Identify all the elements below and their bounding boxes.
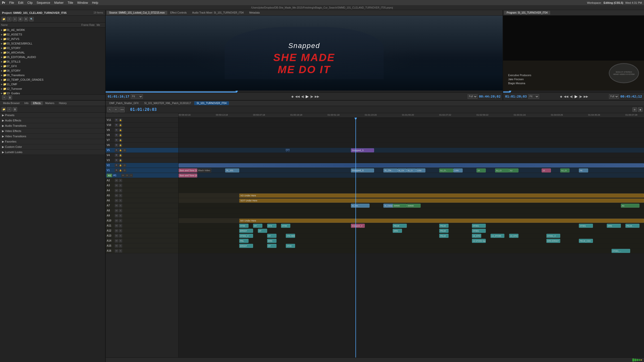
track-row-a14[interactable]: PBL ERN 13 STO53 Space ERN ERNST PELM_CD… [179,238,644,243]
v8-eye-button[interactable]: 👁 [115,133,118,137]
v6-eye-button[interactable]: 👁 [115,144,118,147]
find-button[interactable]: 🔍 [29,17,34,21]
track-row-a13[interactable]: HT001_C HT HTA 4t06 PELM 13_STO 13_STO99… [179,233,644,238]
clip-a16-htool5[interactable]: HT001_... [612,249,630,253]
clip-v1-group2[interactable]: St_Cl [407,168,416,172]
menu-edit[interactable]: Edit [18,1,23,5]
a2-mute-button[interactable]: M [115,179,118,182]
v11-eye-button[interactable]: 👁 [115,118,118,122]
v8-lock-button[interactable]: 🔒 [119,133,122,137]
metadata-tab[interactable]: Metadata [247,11,262,15]
new-item-button[interactable]: + [7,17,12,21]
track-row-a10[interactable]: MX Under Here [179,218,644,223]
track-row-v4[interactable] [179,153,644,158]
a9-mute-button[interactable]: M [115,214,118,217]
track-row-v5[interactable]: Snapped_S [179,148,644,153]
list-item[interactable]: ▶📁 03_SCENES/BROLL [0,41,105,46]
track-row-a4[interactable] [179,188,644,193]
a2-solo-button[interactable]: S [119,179,122,182]
a1-indicator[interactable]: A1 [107,174,112,177]
clip-a14-pelm6[interactable]: PELM_CD3 [579,239,593,243]
list-item[interactable]: ▶📁 05_EDITORIAL_AUDIO [0,55,105,59]
clip-v1-1350[interactable]: 1350 [416,168,425,172]
menu-file[interactable]: File [9,1,14,5]
clip-v1-sj-cl3[interactable]: SJ_Cl [560,168,570,172]
tab-info[interactable]: Info [22,101,31,105]
clip-v1-group1[interactable]: St_Ch [397,168,407,172]
timeline-tab-omf[interactable]: OMF_Patch_Shatter_GFX [107,101,141,105]
menu-sequence[interactable]: Sequence [36,1,50,5]
source-play-button[interactable]: ▶ [306,94,309,99]
clip-v1-sj-cl2[interactable]: SJ_Cl [495,168,509,172]
a1-solo-button[interactable]: S [125,174,129,177]
clip-a13-htool3[interactable]: HT001_C [239,234,253,238]
clip-a14-ern2[interactable]: ERN [267,239,276,243]
track-row-v9[interactable] [179,128,644,133]
a14-mute-button[interactable]: M [115,239,118,243]
ripple-tool[interactable]: ⟺ [119,107,125,112]
program-play-button[interactable]: ▶ [575,94,578,99]
source-step-fwd-button[interactable]: |▶ [310,95,313,98]
track-row-a11[interactable]: HT00 HT HT4 HT00 Snapped_V PELM PELM HT0… [179,223,644,228]
track-row-a1[interactable]: Bars and Tone (A) [179,173,644,178]
new-sequence-button[interactable]: + [2,95,7,100]
track-row-v2[interactable] [179,163,644,168]
clip-a7-smmd2[interactable]: SMMD [407,204,421,208]
list-item[interactable]: ▶📁 07_GFX [0,64,105,68]
a13-mute-button[interactable]: M [115,234,118,238]
a7-solo-button[interactable]: S [119,204,122,207]
clip-a14-pbl[interactable]: PBL [239,239,249,243]
v9-lock-button[interactable]: 🔒 [119,128,122,132]
clip-a11-ernb[interactable]: ERN [607,224,621,228]
track-row-v6[interactable] [179,143,644,148]
tab-history[interactable]: History [57,101,69,105]
clip-a11-ht3[interactable]: HT4 [267,224,276,228]
clip-a11-snapped[interactable]: Snapped_V [351,224,365,228]
timeline-tab-master[interactable]: SI_101_MASTER_XML_Patch_01301617 [142,101,193,105]
clip-a7-smmd1[interactable]: SMMD [393,204,407,208]
clip-a12-htool2[interactable]: HT001 [472,229,486,233]
v2-sync-button[interactable]: ⊡ [123,164,126,167]
clip-a14-ern3[interactable]: ERN ERNST [546,239,560,243]
list-item[interactable]: ▶📁 10_TEMP_COLOR_GRADES [0,77,105,82]
clip-a13-pelm5[interactable]: PELM [439,234,449,238]
track-row-a16[interactable]: HT001_... [179,248,644,253]
v2-lock-button[interactable]: 🔒 [119,164,122,167]
list-item[interactable]: ▶📁 03_STORY [0,46,105,50]
list-item[interactable]: ▶📁 09_Transitions [0,73,105,77]
v3-eye-button[interactable]: 👁 [115,159,118,162]
list-item[interactable]: ▶📁 04_ARCHIVAL [0,50,105,55]
audio-track-mixer-tab[interactable]: Audio Track Mixer: SI_101_TURNOVER_IT04 [190,11,246,15]
clip-a12-ernst1[interactable]: ERNST [239,229,253,233]
menu-clip[interactable]: Clip [27,1,33,5]
v2-eye-button[interactable]: 👁 [115,164,118,167]
a5-solo-button[interactable]: S [119,194,122,197]
a1-add-button[interactable]: + [129,174,133,177]
program-frame-fwd[interactable]: ▶▶ [584,95,588,98]
list-item[interactable]: ▶📁 01_AE_WORK [0,28,105,32]
v5-lock-button[interactable]: 🔒 [119,149,122,152]
clip-a11-ht1[interactable]: HT00 [239,224,249,228]
delete-button[interactable]: 🗑 [8,95,12,100]
v1-eye-button[interactable]: 👁 [115,169,118,172]
track-row-a9[interactable] [179,213,644,218]
v10-lock-button[interactable]: 🔒 [119,123,122,127]
v9-eye-button[interactable]: 👁 [115,128,118,132]
effects-group-header-presets[interactable]: ▶ Presets [0,113,105,118]
list-view-button[interactable]: ≡ [13,17,17,21]
clip-v1-15b[interactable]: 15 [542,168,551,172]
list-item[interactable]: ▶📁 08_STORY [0,68,105,73]
clip-v1-sj-1[interactable]: SJ [509,168,518,172]
program-frame-back[interactable]: ◀◀ [564,95,568,98]
a15-mute-button[interactable]: M [115,244,118,248]
a11-mute-button[interactable]: M [115,224,118,228]
clip-v1-black1[interactable]: Black Video [197,168,211,172]
clip-a5-vo-under[interactable]: VO Under Here [239,194,644,198]
clip-v1-si-cle[interactable]: SI_Cle... [383,168,397,172]
menu-title[interactable]: Title [68,1,73,5]
menu-help[interactable]: Help [92,1,98,5]
tab-media-browser[interactable]: Media Browser [1,101,22,105]
source-progress-bar[interactable] [106,90,503,93]
v1-lock-button[interactable]: 🔒 [119,169,122,172]
a10-mute-button[interactable]: M [115,219,118,222]
